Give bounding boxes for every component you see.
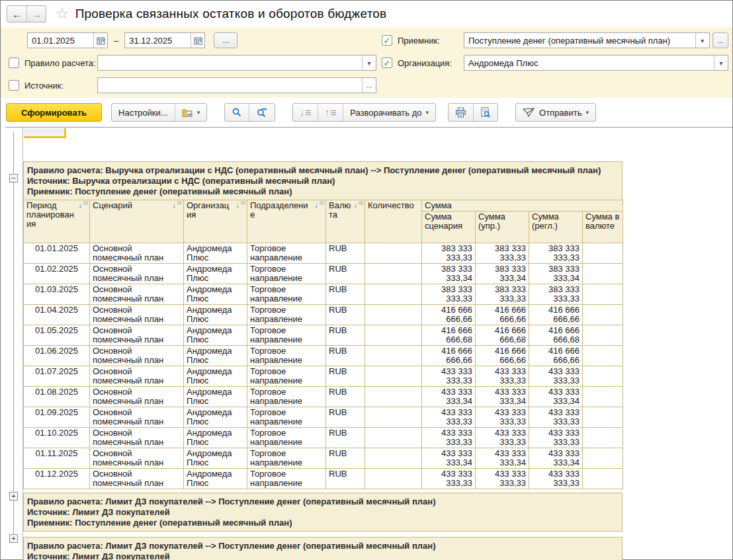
send-button[interactable]: Отправить ▾ <box>516 104 595 121</box>
cell-sum-currency[interactable] <box>583 264 623 284</box>
cell-scenario[interactable]: Основной помесячный план <box>90 387 184 407</box>
search-next-button[interactable] <box>249 104 275 121</box>
print-preview-button[interactable] <box>473 104 497 121</box>
cell-currency[interactable]: RUB <box>326 346 365 366</box>
cell-sum-upr[interactable]: 433 333 333,34 <box>476 448 529 469</box>
cell-organization[interactable]: Андромеда Плюс <box>184 346 247 366</box>
settings-button[interactable]: Настройки... <box>112 104 175 121</box>
cell-sum-currency[interactable] <box>583 305 623 325</box>
receiver-checkbox[interactable]: ✓ <box>382 35 392 46</box>
cell-currency[interactable]: RUB <box>326 387 365 407</box>
search-button[interactable] <box>225 104 249 121</box>
cell-period[interactable]: 01.04.2025 <box>24 305 90 325</box>
cell-sum-upr[interactable]: 433 333 333,33 <box>476 469 529 489</box>
collapse-groups-button[interactable]: ↑ <box>318 104 343 121</box>
cell-sum-upr[interactable]: 416 666 666,68 <box>476 325 529 346</box>
cell-scenario[interactable]: Основной помесячный план <box>90 305 184 325</box>
cell-sum-regl[interactable]: 383 333 333,34 <box>529 264 583 284</box>
cell-sum-currency[interactable] <box>583 387 623 407</box>
cell-sum-upr[interactable]: 433 333 333,33 <box>476 428 529 448</box>
receiver-value[interactable]: Поступление денег (оперативный месячный … <box>464 36 695 46</box>
cell-currency[interactable]: RUB <box>326 407 365 428</box>
cell-sum-upr[interactable]: 383 333 333,33 <box>476 243 529 264</box>
cell-period[interactable]: 01.09.2025 <box>24 407 90 428</box>
cell-sum-currency[interactable] <box>583 469 623 489</box>
source-checkbox[interactable] <box>9 80 19 91</box>
calendar-icon[interactable] <box>93 33 107 48</box>
cell-sum-scenario[interactable]: 433 333 333,33 <box>422 366 476 387</box>
cell-organization[interactable]: Андромеда Плюс <box>184 428 247 448</box>
column-header-scenario[interactable]: Сценарий ↓ <box>90 200 184 243</box>
cell-department[interactable]: Торговое направление <box>247 407 326 428</box>
cell-sum-regl[interactable]: 433 333 333,33 <box>529 366 583 387</box>
cell-quantity[interactable] <box>365 469 422 489</box>
column-header-currency[interactable]: Валюта ↓ <box>326 200 365 243</box>
forward-button[interactable]: → <box>26 6 46 22</box>
sort-icon[interactable]: ↓ <box>79 202 89 208</box>
cell-period[interactable]: 01.07.2025 <box>24 366 90 387</box>
period-to-field[interactable]: 31.12.2025 <box>124 32 205 48</box>
cell-sum-upr[interactable]: 416 666 666,66 <box>476 346 529 366</box>
cell-organization[interactable]: Андромеда Плюс <box>184 407 247 428</box>
cell-scenario[interactable]: Основной помесячный план <box>90 284 184 305</box>
cell-department[interactable]: Торговое направление <box>247 366 326 387</box>
cell-scenario[interactable]: Основной помесячный план <box>90 264 184 284</box>
cell-department[interactable]: Торговое направление <box>247 448 326 469</box>
cell-sum-currency[interactable] <box>583 428 623 448</box>
cell-sum-upr[interactable]: 433 333 333,34 <box>476 387 529 407</box>
cell-currency[interactable]: RUB <box>326 305 365 325</box>
cell-sum-currency[interactable] <box>583 243 623 264</box>
column-header-sum-group[interactable]: Сумма <box>422 200 623 212</box>
receiver-more-button[interactable]: ... <box>712 32 728 48</box>
table-row[interactable]: 01.05.2025 Основной помесячный план Андр… <box>24 325 623 346</box>
cell-organization[interactable]: Андромеда Плюс <box>184 387 247 407</box>
cell-currency[interactable]: RUB <box>326 284 365 305</box>
cell-scenario[interactable]: Основной помесячный план <box>90 243 184 264</box>
group-header-1[interactable]: Правило расчета: Выручка отреализации с … <box>23 161 623 200</box>
organization-value[interactable]: Андромеда Плюс <box>464 58 714 68</box>
organization-checkbox[interactable]: ✓ <box>382 58 392 68</box>
cell-quantity[interactable] <box>365 284 422 305</box>
sort-icon[interactable]: ↓ <box>173 202 183 208</box>
table-row[interactable]: 01.08.2025 Основной помесячный план Андр… <box>24 387 623 407</box>
cell-organization[interactable]: Андромеда Плюс <box>184 325 247 346</box>
cell-period[interactable]: 01.05.2025 <box>24 325 90 346</box>
generate-button[interactable]: Сформировать <box>6 103 102 122</box>
cell-sum-currency[interactable] <box>583 407 623 428</box>
cell-quantity[interactable] <box>365 407 422 428</box>
cell-period[interactable]: 01.03.2025 <box>24 284 90 305</box>
cell-organization[interactable]: Андромеда Плюс <box>184 448 247 469</box>
cell-sum-regl[interactable]: 433 333 333,34 <box>529 387 583 407</box>
chevron-down-icon[interactable]: ▾ <box>714 56 728 70</box>
cell-sum-regl[interactable]: 383 333 333,33 <box>529 243 583 264</box>
cell-sum-regl[interactable]: 433 333 333,33 <box>529 428 583 448</box>
cell-sum-scenario[interactable]: 383 333 333,33 <box>422 284 476 305</box>
expand-to-button[interactable]: Разворачивать до ▾ <box>343 104 435 121</box>
sort-icon[interactable]: ↓ <box>315 202 325 208</box>
report-variants-button[interactable]: ▾ <box>175 104 207 121</box>
cell-sum-regl[interactable]: 416 666 666,66 <box>529 346 583 366</box>
cell-sum-regl[interactable]: 416 666 666,66 <box>529 305 583 325</box>
report-spreadsheet[interactable]: Правило расчета: Выручка отреализации с … <box>23 128 732 559</box>
selected-cell[interactable] <box>24 128 66 138</box>
column-header-sum-currency[interactable]: Сумма в валюте <box>583 212 623 243</box>
cell-sum-regl[interactable]: 416 666 666,68 <box>529 325 583 346</box>
cell-period[interactable]: 01.06.2025 <box>24 346 90 366</box>
cell-organization[interactable]: Андромеда Плюс <box>184 305 247 325</box>
cell-sum-scenario[interactable]: 433 333 333,33 <box>422 428 476 448</box>
group-header-3[interactable]: Правило расчета: Лимит ДЗ покупателей --… <box>23 537 623 560</box>
cell-sum-currency[interactable] <box>583 448 623 469</box>
cell-currency[interactable]: RUB <box>326 366 365 387</box>
table-row[interactable]: 01.11.2025 Основной помесячный план Андр… <box>24 448 623 469</box>
table-row[interactable]: 01.10.2025 Основной помесячный план Андр… <box>24 428 623 448</box>
cell-quantity[interactable] <box>365 366 422 387</box>
cell-sum-upr[interactable]: 416 666 666,66 <box>476 305 529 325</box>
cell-period[interactable]: 01.02.2025 <box>24 264 90 284</box>
cell-department[interactable]: Торговое направление <box>247 387 326 407</box>
table-row[interactable]: 01.03.2025 Основной помесячный план Андр… <box>24 284 623 305</box>
cell-sum-scenario[interactable]: 433 333 333,34 <box>422 448 476 469</box>
cell-scenario[interactable]: Основной помесячный план <box>90 469 184 489</box>
cell-currency[interactable]: RUB <box>326 264 365 284</box>
cell-quantity[interactable] <box>365 243 422 264</box>
column-header-organization[interactable]: Организация ↓ <box>184 200 247 243</box>
